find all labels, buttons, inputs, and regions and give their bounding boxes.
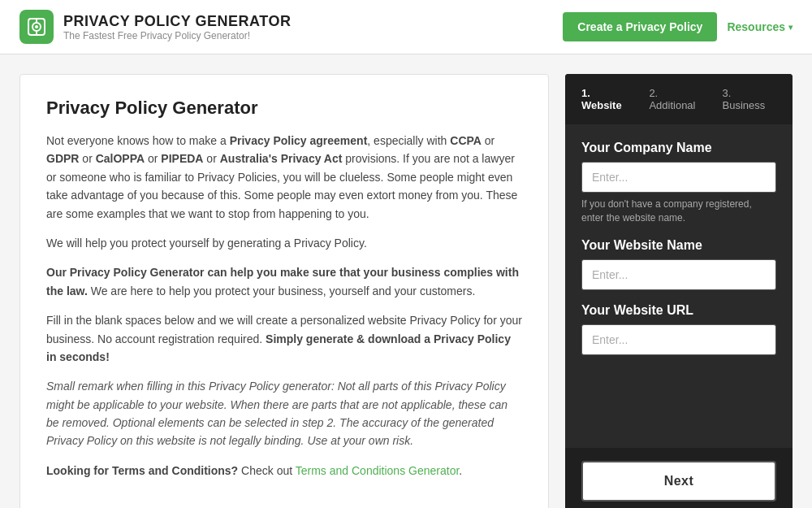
- company-name-input[interactable]: [581, 162, 776, 193]
- step-2[interactable]: 2. Additional: [649, 87, 706, 111]
- next-button[interactable]: Next: [581, 461, 776, 501]
- steps-nav: 1. Website 2. Additional 3. Business: [565, 74, 793, 124]
- paragraph-4: Fill in the blank spaces below and we wi…: [46, 311, 522, 366]
- next-button-area: Next: [565, 448, 793, 508]
- company-name-group: Your Company Name If you don't have a co…: [581, 141, 776, 225]
- website-name-label: Your Website Name: [581, 238, 776, 253]
- step-3[interactable]: 3. Business: [723, 87, 777, 111]
- website-name-group: Your Website Name: [581, 238, 776, 290]
- paragraph-2: We will help you protect yourself by gen…: [46, 234, 522, 252]
- resources-label: Resources: [727, 20, 785, 33]
- form-area: Your Company Name If you don't have a co…: [565, 124, 793, 448]
- website-name-input[interactable]: [581, 259, 776, 290]
- website-url-label: Your Website URL: [581, 303, 776, 318]
- terms-conditions-link[interactable]: Terms and Conditions Generator: [296, 464, 460, 477]
- main-container: Privacy Policy Generator Not everyone kn…: [0, 54, 812, 508]
- header-title: PRIVACY POLICY GENERATOR The Fastest Fre…: [63, 13, 291, 41]
- content-panel: Privacy Policy Generator Not everyone kn…: [19, 74, 549, 508]
- logo-icon: [19, 10, 54, 44]
- content-body: Not everyone knows how to make a Privacy…: [46, 132, 522, 480]
- header: PRIVACY POLICY GENERATOR The Fastest Fre…: [0, 0, 812, 54]
- svg-point-2: [35, 25, 38, 28]
- company-name-hint: If you don't have a company registered, …: [581, 198, 776, 225]
- chevron-down-icon: ▾: [788, 23, 793, 32]
- page-title: Privacy Policy Generator: [46, 98, 522, 119]
- app-subtitle: The Fastest Free Privacy Policy Generato…: [63, 30, 291, 41]
- paragraph-1: Not everyone knows how to make a Privacy…: [46, 132, 522, 223]
- website-url-input[interactable]: [581, 324, 776, 355]
- header-right: Create a Privacy Policy Resources ▾: [563, 12, 793, 41]
- website-url-group: Your Website URL: [581, 303, 776, 355]
- paragraph-5: Small remark when filling in this Privac…: [46, 377, 522, 450]
- header-left: PRIVACY POLICY GENERATOR The Fastest Fre…: [19, 10, 291, 44]
- paragraph-6: Looking for Terms and Conditions? Check …: [46, 462, 522, 480]
- app-title: PRIVACY POLICY GENERATOR: [63, 13, 291, 30]
- paragraph-3: Our Privacy Policy Generator can help yo…: [46, 263, 522, 300]
- step-1[interactable]: 1. Website: [581, 87, 633, 111]
- sidebar-panel: 1. Website 2. Additional 3. Business You…: [565, 74, 793, 508]
- company-name-label: Your Company Name: [581, 141, 776, 155]
- resources-button[interactable]: Resources ▾: [727, 20, 793, 33]
- create-policy-button[interactable]: Create a Privacy Policy: [563, 12, 717, 41]
